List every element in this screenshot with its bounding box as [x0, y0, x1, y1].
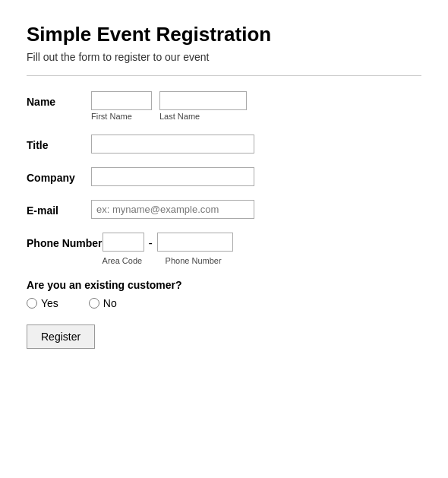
phone-number-sub-label: Phone Number — [166, 256, 241, 265]
phone-row: Phone Number - Area Code Phone Number — [27, 233, 421, 265]
title-controls — [91, 135, 254, 154]
phone-separator: - — [149, 233, 153, 250]
name-inputs: First Name Last Name — [91, 91, 247, 121]
first-name-wrapper: First Name — [91, 91, 152, 121]
phone-number-input[interactable] — [157, 233, 233, 252]
no-radio-label[interactable]: No — [89, 297, 117, 309]
no-radio[interactable] — [89, 298, 99, 309]
last-name-wrapper: Last Name — [159, 91, 247, 121]
register-button[interactable]: Register — [27, 324, 95, 349]
email-row: E-mail — [27, 200, 421, 219]
page-title: Simple Event Registration — [27, 23, 421, 46]
title-input[interactable] — [91, 135, 254, 154]
customer-question: Are you an existing customer? — [27, 279, 421, 291]
first-name-input[interactable] — [91, 91, 152, 110]
yes-radio[interactable] — [27, 298, 37, 309]
last-name-input[interactable] — [159, 91, 247, 110]
page-subtitle: Fill out the form to register to our eve… — [27, 51, 421, 63]
yes-label: Yes — [41, 297, 58, 309]
title-row: Title — [27, 135, 421, 154]
phone-label: Phone Number — [27, 233, 103, 249]
last-name-label: Last Name — [159, 112, 247, 121]
area-code-input[interactable] — [103, 233, 144, 252]
company-input[interactable] — [91, 167, 254, 186]
first-name-label: First Name — [91, 112, 152, 121]
phone-controls: - Area Code Phone Number — [103, 233, 241, 265]
phone-inputs: - — [103, 233, 241, 252]
title-label: Title — [27, 135, 91, 151]
phone-sub-labels: Area Code Phone Number — [103, 256, 241, 265]
divider — [27, 75, 421, 76]
yes-radio-label[interactable]: Yes — [27, 297, 58, 309]
company-label: Company — [27, 167, 91, 184]
email-input[interactable] — [91, 200, 254, 219]
email-controls — [91, 200, 254, 219]
area-code-sub-label: Area Code — [103, 256, 144, 265]
radio-group: Yes No — [27, 297, 421, 309]
company-controls — [91, 167, 254, 186]
name-label: Name — [27, 91, 91, 108]
no-label: No — [103, 297, 117, 309]
email-label: E-mail — [27, 200, 91, 217]
name-row: Name First Name Last Name — [27, 91, 421, 121]
company-row: Company — [27, 167, 421, 186]
customer-section: Are you an existing customer? Yes No — [27, 279, 421, 309]
name-controls: First Name Last Name — [91, 91, 247, 121]
